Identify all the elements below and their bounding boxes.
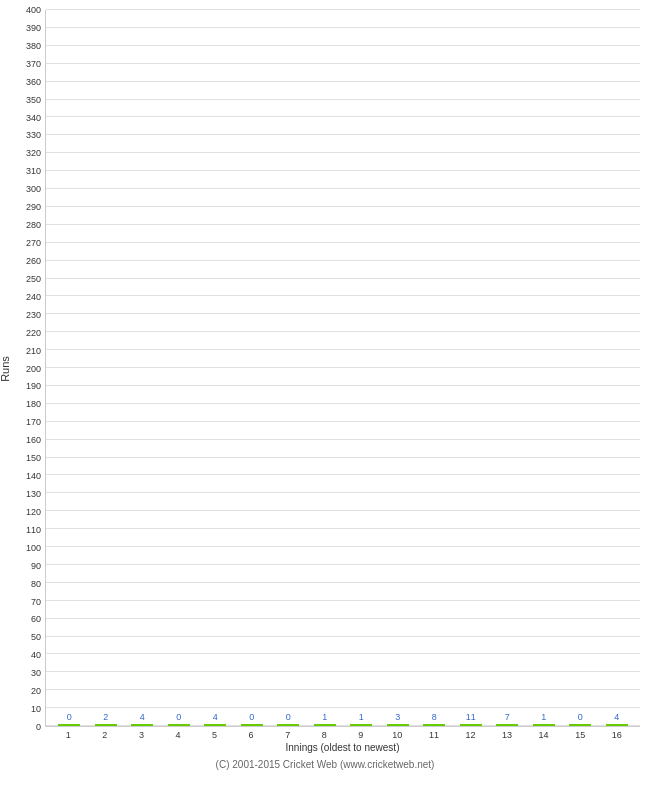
y-tick-label: 130 xyxy=(26,490,41,499)
bar xyxy=(533,724,555,726)
y-tick-label: 170 xyxy=(26,418,41,427)
y-tick-label: 70 xyxy=(31,598,41,607)
bar-group: 3 xyxy=(380,712,417,726)
y-tick-label: 30 xyxy=(31,669,41,678)
x-tick-label: 11 xyxy=(416,727,453,740)
bar xyxy=(131,724,153,726)
bar xyxy=(606,724,628,726)
bar-value-label: 4 xyxy=(140,712,145,722)
y-tick-label: 350 xyxy=(26,96,41,105)
y-tick-label: 240 xyxy=(26,293,41,302)
y-tick-label: 370 xyxy=(26,60,41,69)
x-tick-label: 15 xyxy=(562,727,599,740)
y-tick-label: 120 xyxy=(26,508,41,517)
bar xyxy=(423,724,445,726)
bar-value-label: 11 xyxy=(466,712,476,722)
bar-value-label: 2 xyxy=(103,712,108,722)
bars-wrapper: 02404001138117104 xyxy=(46,10,640,726)
x-tick-label: 2 xyxy=(87,727,124,740)
bar-value-label: 7 xyxy=(505,712,510,722)
y-tick-label: 290 xyxy=(26,203,41,212)
y-tick-label: 60 xyxy=(31,615,41,624)
bar xyxy=(277,724,299,726)
bar-group: 1 xyxy=(526,712,563,726)
x-tick-label: 1 xyxy=(50,727,87,740)
x-axis: 12345678910111213141516 xyxy=(45,727,640,740)
bar xyxy=(314,724,336,726)
footer: (C) 2001-2015 Cricket Web (www.cricketwe… xyxy=(10,759,640,770)
y-tick-label: 310 xyxy=(26,167,41,176)
y-tick-label: 390 xyxy=(26,24,41,33)
bar-group: 8 xyxy=(416,712,453,726)
y-tick-label: 20 xyxy=(31,687,41,696)
y-tick-label: 50 xyxy=(31,633,41,642)
chart-plot: 02404001138117104 xyxy=(45,10,640,727)
bar-group: 2 xyxy=(88,712,125,726)
x-tick-label: 16 xyxy=(598,727,635,740)
y-tick-label: 330 xyxy=(26,131,41,140)
x-tick-label: 7 xyxy=(269,727,306,740)
bar-group: 11 xyxy=(453,712,490,726)
y-tick-label: 90 xyxy=(31,562,41,571)
y-tick-label: 280 xyxy=(26,221,41,230)
y-tick-label: 210 xyxy=(26,347,41,356)
bar-group: 1 xyxy=(343,712,380,726)
y-tick-label: 100 xyxy=(26,544,41,553)
x-tick-label: 3 xyxy=(123,727,160,740)
x-tick-label: 13 xyxy=(489,727,526,740)
bar-group: 0 xyxy=(161,712,198,726)
y-tick-label: 380 xyxy=(26,42,41,51)
x-tick-label: 4 xyxy=(160,727,197,740)
y-axis: Runs 01020304050607080901001101201301401… xyxy=(10,10,45,727)
bar xyxy=(95,724,117,726)
bar-group: 7 xyxy=(489,712,526,726)
chart-area: Runs 01020304050607080901001101201301401… xyxy=(10,10,640,727)
bar xyxy=(204,724,226,726)
bar xyxy=(168,724,190,726)
x-tick-label: 5 xyxy=(196,727,233,740)
bar-group: 0 xyxy=(234,712,271,726)
bar-group: 0 xyxy=(51,712,88,726)
bar-group: 0 xyxy=(562,712,599,726)
x-tick-label: 9 xyxy=(343,727,380,740)
chart-container: Runs 01020304050607080901001101201301401… xyxy=(0,0,650,800)
bar-value-label: 0 xyxy=(67,712,72,722)
y-tick-label: 190 xyxy=(26,382,41,391)
y-tick-label: 250 xyxy=(26,275,41,284)
x-tick-label: 10 xyxy=(379,727,416,740)
bar-group: 4 xyxy=(197,712,234,726)
y-tick-label: 160 xyxy=(26,436,41,445)
bar-group: 1 xyxy=(307,712,344,726)
x-tick-label: 12 xyxy=(452,727,489,740)
x-axis-title: Innings (oldest to newest) xyxy=(45,742,640,753)
bar-value-label: 1 xyxy=(541,712,546,722)
bar xyxy=(387,724,409,726)
bar xyxy=(460,724,482,726)
bar-value-label: 0 xyxy=(249,712,254,722)
bar-value-label: 0 xyxy=(176,712,181,722)
y-tick-label: 40 xyxy=(31,651,41,660)
y-tick-label: 80 xyxy=(31,580,41,589)
y-axis-label: Runs xyxy=(0,356,11,382)
y-tick-label: 320 xyxy=(26,149,41,158)
bar xyxy=(569,724,591,726)
y-tick-label: 300 xyxy=(26,185,41,194)
y-tick-label: 220 xyxy=(26,329,41,338)
bar-value-label: 3 xyxy=(395,712,400,722)
bar-value-label: 1 xyxy=(359,712,364,722)
bar-group: 4 xyxy=(599,712,636,726)
y-tick-label: 260 xyxy=(26,257,41,266)
y-tick-label: 270 xyxy=(26,239,41,248)
y-tick-label: 10 xyxy=(31,705,41,714)
x-tick-label: 8 xyxy=(306,727,343,740)
bar-value-label: 1 xyxy=(322,712,327,722)
x-tick-label: 6 xyxy=(233,727,270,740)
y-tick-label: 140 xyxy=(26,472,41,481)
y-tick-label: 230 xyxy=(26,311,41,320)
bar-value-label: 8 xyxy=(432,712,437,722)
y-tick-label: 200 xyxy=(26,365,41,374)
bar xyxy=(58,724,80,726)
y-tick-label: 400 xyxy=(26,6,41,15)
bar xyxy=(241,724,263,726)
bar-value-label: 0 xyxy=(286,712,291,722)
